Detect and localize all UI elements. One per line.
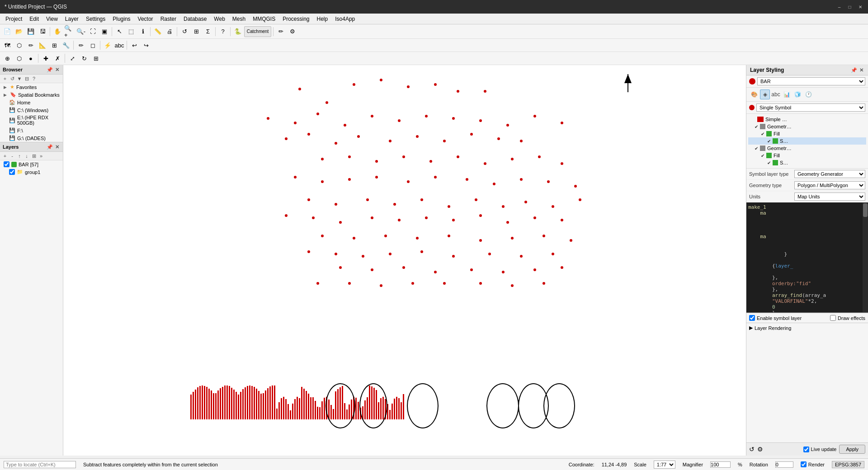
python-btn[interactable]: 🐍 <box>232 26 243 37</box>
settings2-btn[interactable]: ⚙ <box>287 26 298 37</box>
tb2-3[interactable]: ✏ <box>25 40 36 51</box>
close-button[interactable]: ✕ <box>857 4 863 10</box>
browser-item-home[interactable]: 🏠 Home <box>0 99 63 106</box>
del-feature-btn[interactable]: ✗ <box>52 53 63 64</box>
scale-btn[interactable]: ⊞ <box>90 53 101 64</box>
live-update-checkbox[interactable] <box>803 446 809 452</box>
menu-processing[interactable]: Processing <box>279 14 313 24</box>
browser-collapse-icon[interactable]: ⊟ <box>24 75 30 82</box>
zoom-in-btn[interactable]: 🔍+ <box>64 26 75 37</box>
browser-item-bookmarks[interactable]: ▶ 🔖 Spatial Bookmarks <box>0 91 63 99</box>
menu-edit[interactable]: Edit <box>26 14 42 24</box>
menu-mesh[interactable]: Mesh <box>229 14 249 24</box>
layer-name-select[interactable]: BAR <box>757 77 865 85</box>
styling-label-icon[interactable]: abc <box>771 89 781 99</box>
help-btn[interactable]: ? <box>217 26 228 37</box>
layers-remove-icon[interactable]: - <box>9 153 15 159</box>
scrollbar-thumb[interactable] <box>863 203 868 217</box>
enable-symbol-label[interactable]: Enable symbol layer <box>749 315 802 321</box>
node-btn[interactable]: ⬡ <box>14 53 24 64</box>
catchment-btn[interactable]: Catchment <box>244 26 271 37</box>
select-rect-btn[interactable]: ⬚ <box>126 26 137 37</box>
render-checkbox[interactable] <box>801 461 807 467</box>
sym-row-s1[interactable]: ✔ S… <box>748 137 866 145</box>
browser-add-icon[interactable]: + <box>2 75 8 82</box>
filter-btn[interactable]: ⊞ <box>191 26 202 37</box>
browser-help-icon[interactable]: ? <box>31 75 37 82</box>
rotate-btn[interactable]: ↻ <box>79 53 90 64</box>
menu-vector[interactable]: Vector <box>134 14 157 24</box>
tb2-4[interactable]: 📐 <box>37 40 48 51</box>
sym-row-s2[interactable]: ✔ S… <box>748 159 866 166</box>
layers-up-icon[interactable]: ↑ <box>16 153 23 159</box>
new-project-btn[interactable]: 📄 <box>2 26 13 37</box>
rotation-input[interactable] <box>775 461 793 468</box>
identify-btn[interactable]: ℹ <box>137 26 148 37</box>
measure-btn[interactable]: 📏 <box>152 26 163 37</box>
tb2-9[interactable]: ⚡ <box>102 40 113 51</box>
zoom-out-btn[interactable]: 🔍- <box>75 26 86 37</box>
magnifier-input[interactable] <box>710 461 731 468</box>
units-select[interactable]: Map Units <box>794 193 865 201</box>
draw-effects-checkbox[interactable] <box>830 315 836 321</box>
refresh-btn[interactable]: ↺ <box>179 26 190 37</box>
move-btn[interactable]: ⤢ <box>67 53 78 64</box>
tb2-11[interactable]: ↩ <box>129 40 140 51</box>
snap-btn[interactable]: ⊕ <box>2 53 13 64</box>
zoom-layer-btn[interactable]: ▣ <box>99 26 110 37</box>
layer-group1-checkbox[interactable] <box>9 169 15 175</box>
tb2-12[interactable]: ↪ <box>141 40 151 51</box>
menu-web[interactable]: Web <box>210 14 228 24</box>
select-btn[interactable]: ↖ <box>114 26 125 37</box>
draw-effects-label[interactable]: Draw effects <box>830 315 865 321</box>
tb2-10[interactable]: abc <box>114 40 125 51</box>
menu-layer[interactable]: Layer <box>61 14 82 24</box>
tb2-8[interactable]: ◻ <box>87 40 98 51</box>
sym-row-fill1[interactable]: ✔ Fill <box>748 130 866 137</box>
open-project-btn[interactable]: 📂 <box>14 26 24 37</box>
layers-add-icon[interactable]: + <box>2 153 8 159</box>
browser-item-f[interactable]: 💾 F:\ <box>0 127 63 134</box>
save-btn[interactable]: 💾 <box>25 26 36 37</box>
browser-item-c[interactable]: 💾 C:\ (Windows) <box>0 106 63 114</box>
refresh-icon[interactable]: ↺ <box>749 446 755 453</box>
sym-row-simple[interactable]: Simple … <box>748 116 866 123</box>
browser-item-favorites[interactable]: ▶ ★ Favorites <box>0 83 63 91</box>
vertex-btn[interactable]: ● <box>25 53 36 64</box>
styling-color-icon[interactable]: 🎨 <box>749 89 759 99</box>
tb2-1[interactable]: 🗺 <box>2 40 13 51</box>
browser-refresh-icon[interactable]: ↺ <box>9 75 15 82</box>
tb2-2[interactable]: ⬡ <box>14 40 24 51</box>
browser-item-e[interactable]: 💾 E:\ (HPE RDX 500GB) <box>0 114 63 127</box>
styling-diagram-icon[interactable]: 📊 <box>782 89 792 99</box>
apply-button[interactable]: Apply <box>839 445 865 454</box>
scale-select[interactable]: 1:77 <box>654 461 675 469</box>
browser-item-g[interactable]: 💾 G:\ (DADES) <box>0 134 63 142</box>
layer-bar[interactable]: BAR [57] <box>0 160 63 168</box>
expression-scrollbar[interactable] <box>863 202 868 312</box>
digitize-btn[interactable]: ✏ <box>275 26 286 37</box>
layer-group1[interactable]: 📁 group1 <box>0 168 63 176</box>
sym-row-geom1[interactable]: ✔ Geometr… <box>748 123 866 130</box>
live-update-label[interactable]: Live update <box>803 446 837 452</box>
layers-close-icon[interactable]: ✕ <box>54 144 60 150</box>
styling-history-icon[interactable]: 🕐 <box>803 89 813 99</box>
add-feature-btn[interactable]: ✚ <box>40 53 51 64</box>
zoom-full-btn[interactable]: ⛶ <box>87 26 98 37</box>
styling-symbol-icon[interactable]: ◈ <box>760 89 770 99</box>
pan-btn[interactable]: ✋ <box>52 26 63 37</box>
menu-settings[interactable]: Settings <box>82 14 109 24</box>
layers-down-icon[interactable]: ↓ <box>24 153 30 159</box>
menu-project[interactable]: Project <box>2 14 26 24</box>
crs-badge[interactable]: EPSG:3857 <box>832 461 864 468</box>
layers-more-icon[interactable]: » <box>38 153 44 159</box>
layer-bar-checkbox[interactable] <box>4 161 9 167</box>
geometry-type-select[interactable]: Polygon / MultiPolygon <box>794 181 865 189</box>
menu-iso4app[interactable]: Iso4App <box>331 14 359 24</box>
locate-input[interactable] <box>4 461 76 468</box>
save-as-btn[interactable]: 🖫 <box>37 26 48 37</box>
settings-icon-small[interactable]: ⚙ <box>757 446 763 453</box>
sym-row-fill2[interactable]: ✔ Fill <box>748 152 866 159</box>
menu-database[interactable]: Database <box>180 14 210 24</box>
layer-rendering-section[interactable]: ▶ Layer Rendering <box>746 323 868 333</box>
